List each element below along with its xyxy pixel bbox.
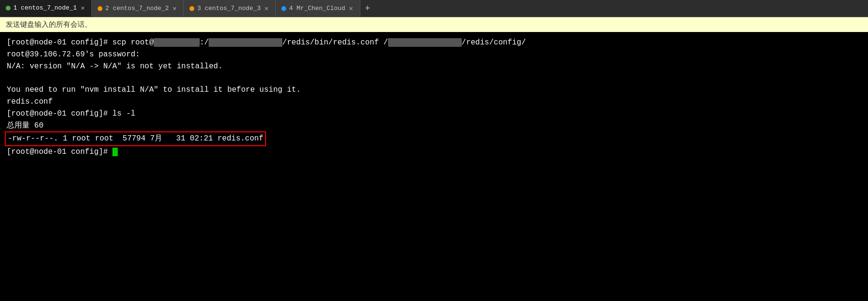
tab2-label: 2 centos_7_node_2 [105, 5, 169, 12]
tab1-close-button[interactable]: ✕ [80, 4, 86, 12]
tab3-label: 3 centos_7_node_3 [197, 5, 261, 12]
new-tab-button[interactable]: + [360, 0, 375, 17]
terminal-line-prompt: [root@node-01 config]# [7, 146, 861, 158]
notification-bar: 发送键盘输入的所有会话。 [0, 17, 868, 32]
terminal-line-5: redis.conf [7, 96, 861, 108]
tab4-label: 4 Mr_Chen_Cloud [289, 5, 345, 12]
tab1-label: 1 centos_7_node_1 [13, 4, 77, 11]
tab-mrchen-cloud[interactable]: 4 Mr_Chen_Cloud ✕ [276, 0, 360, 17]
tab-bar: 1 centos_7_node_1 ✕ 2 centos_7_node_2 ✕ … [0, 0, 868, 17]
notification-text: 发送键盘输入的所有会话。 [6, 20, 92, 28]
tab-centos7-node2[interactable]: 2 centos_7_node_2 ✕ [92, 0, 184, 17]
terminal-cursor [112, 148, 118, 156]
tab4-status-dot [281, 6, 286, 11]
tab4-close-button[interactable]: ✕ [348, 4, 354, 12]
tab3-close-button[interactable]: ✕ [264, 4, 269, 12]
tab-centos7-node3[interactable]: 3 centos_7_node_3 ✕ [184, 0, 276, 17]
tab-centos7-node1[interactable]: 1 centos_7_node_1 ✕ [0, 0, 92, 17]
tab3-status-dot [189, 6, 194, 11]
terminal-line-2: root@39.106.72.69's password: [7, 49, 861, 61]
terminal-empty-line-1 [7, 72, 861, 84]
terminal[interactable]: [root@node-01 config]# scp root@████████… [0, 32, 868, 298]
terminal-line-highlighted: -rw-r--r--. 1 root root 57794 7月 31 02:2… [7, 131, 861, 146]
highlighted-file-row: -rw-r--r--. 1 root root 57794 7月 31 02:2… [5, 131, 266, 146]
terminal-line-3: N/A: version "N/A -> N/A" is not yet ins… [7, 61, 861, 73]
terminal-line-1: [root@node-01 config]# scp root@████████… [7, 37, 861, 49]
tab1-status-dot [6, 6, 11, 11]
terminal-line-4: You need to run "nvm install N/A" to ins… [7, 84, 861, 96]
tab2-status-dot [98, 6, 102, 11]
terminal-line-7: 总用量 60 [7, 120, 861, 132]
tab2-close-button[interactable]: ✕ [172, 4, 178, 12]
terminal-line-6: [root@node-01 config]# ls -l [7, 108, 861, 120]
